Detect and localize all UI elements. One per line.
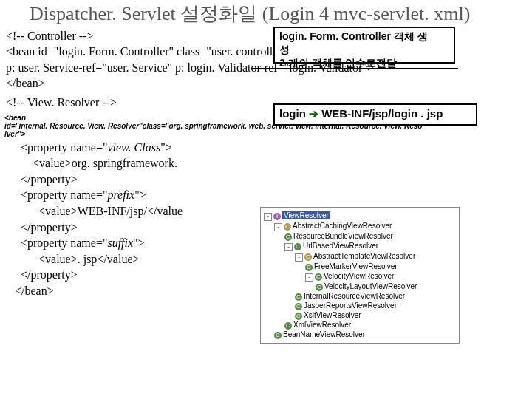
value-text: <value>org. springframework. — [33, 157, 177, 169]
code-line: </property> — [15, 171, 517, 188]
tree-item: -CAbstractCachingViewResolver — [264, 221, 456, 231]
tree-label: JasperReportsViewResolver — [304, 301, 397, 310]
tree-label: AbstractCachingViewResolver — [293, 222, 392, 230]
code-line: <property name="view. Class"> — [15, 140, 517, 156]
tree-label: VelocityViewResolver — [324, 272, 394, 280]
code-line: <property name="prefix"> — [15, 187, 517, 203]
tree-item: -CAbstractTemplateViewResolver — [264, 251, 456, 262]
tree-label: FreeMarkerViewResolver — [314, 262, 398, 270]
tree-label: InternalResourceViewResolver — [304, 292, 405, 300]
tree-label: XsltViewResolver — [304, 311, 361, 319]
tree-item: -CVelocityViewResolver — [264, 271, 456, 282]
strikethrough-line — [251, 68, 458, 69]
class-hierarchy-panel: -IViewResolver -CAbstractCachingViewReso… — [260, 207, 460, 344]
tree-item: CResourceBundleViewResolver — [264, 231, 456, 241]
code-line: </bean> — [6, 75, 526, 92]
prop-name: prefix — [107, 188, 134, 201]
tree-item: -CUrlBasedViewResolver — [264, 241, 456, 251]
class-icon: C — [294, 243, 301, 250]
callout-jsp-path: login ➔ WEB-INF/jsp/login . jsp — [273, 103, 477, 126]
class-icon: C — [315, 273, 322, 281]
tree-item: CJasperReportsViewResolver — [264, 301, 456, 310]
prop-open: <property name=" — [21, 236, 107, 249]
expand-icon: - — [284, 243, 293, 251]
tree-item: CXsltViewResolver — [264, 310, 456, 320]
tree-item: CVelocityLayoutViewResolver — [264, 282, 456, 291]
class-icon: C — [316, 284, 323, 291]
class-icon: C — [284, 233, 292, 241]
expand-icon: - — [295, 253, 303, 262]
callout-line: 성 — [279, 44, 449, 57]
tree-label: BeanNameViewResolver — [283, 330, 365, 338]
expand-icon: - — [305, 273, 313, 282]
prop-close: "> — [134, 188, 146, 201]
tree-label: UrlBasedViewResolver — [303, 242, 378, 250]
code-line: lver"> — [4, 130, 528, 138]
tree-label: AbstractTemplateViewResolver — [313, 252, 415, 260]
tree-item: CFreeMarkerViewResolver — [264, 262, 456, 271]
tree-label: XmlViewResolver — [293, 321, 351, 329]
prop-open: <property name=" — [21, 188, 107, 201]
callout-text: WEB-INF/jsp/login . jsp — [321, 107, 443, 120]
tree-root: -IViewResolver — [264, 211, 456, 221]
class-icon: C — [295, 303, 302, 310]
class-icon: C — [284, 322, 292, 330]
close-tag: </property> — [21, 221, 78, 233]
prop-open: <property name=" — [21, 141, 107, 154]
arrow-icon: ➔ — [306, 107, 321, 120]
interface-icon: I — [273, 213, 281, 220]
close-tag: </property> — [21, 268, 78, 281]
class-icon: C — [295, 293, 302, 301]
tree-item: CBeanNameViewResolver — [264, 330, 456, 339]
expand-icon: - — [264, 213, 272, 221]
class-icon: C — [274, 332, 282, 339]
tree-item: CXmlViewResolver — [264, 320, 456, 330]
callout-controller: login. Form. Controller 객체 생 성 2 개의 객체를 … — [273, 27, 455, 64]
value-text: <value>. jsp</value> — [38, 253, 140, 265]
expand-icon: - — [274, 223, 282, 231]
value-text: <value>WEB-INF/jsp/</value — [38, 205, 183, 217]
code-line: <value>org. springframework. — [15, 155, 517, 171]
class-icon: C — [305, 264, 313, 271]
callout-text: login — [279, 107, 306, 120]
tree-label: VelocityLayoutViewResolver — [324, 282, 417, 290]
class-icon: C — [295, 313, 302, 320]
tree-label: ResourceBundleViewResolver — [293, 232, 393, 240]
tree-item: CInternalResourceViewResolver — [264, 291, 456, 301]
abstract-icon: C — [304, 253, 312, 261]
prop-close: "> — [160, 141, 172, 154]
prop-name: suffix — [107, 236, 133, 249]
callout-line: login. Form. Controller 객체 생 — [279, 30, 449, 44]
abstract-icon: C — [284, 223, 291, 231]
prop-name: view. Class — [107, 141, 160, 154]
page-title: Dispatcher. Servlet 설정화일 (Login 4 mvc-se… — [0, 0, 532, 27]
tree-label: ViewResolver — [282, 211, 330, 219]
prop-close: "> — [133, 236, 145, 249]
close-tag: </property> — [21, 173, 78, 185]
